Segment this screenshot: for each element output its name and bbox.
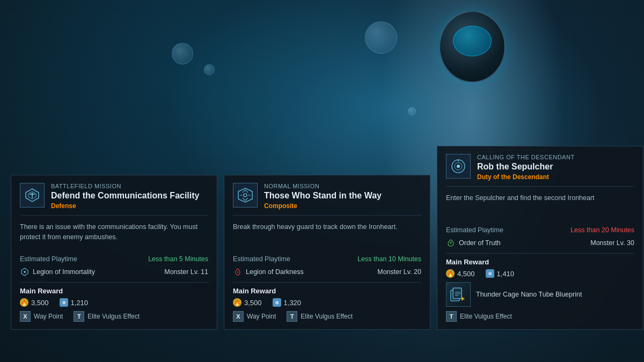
card1-faction-row: Legion of Immortality Monster Lv. 11	[20, 267, 208, 277]
card3-reward-title: Main Reward	[446, 258, 634, 266]
card3-icon	[446, 154, 471, 179]
card3-faction-icon	[446, 238, 456, 248]
card1-icon	[20, 183, 45, 208]
card2-gold-icon: 🔥	[233, 298, 241, 307]
card3-playtime-row: Estimated Playtime Less than 20 Minutes	[446, 226, 634, 234]
mission-card-3: Calling of the Descendant Rob the Sepulc…	[437, 146, 643, 330]
card2-crystal-icon: ❄	[273, 298, 281, 307]
card3-monster-level: Monster Lv. 30	[590, 239, 634, 247]
card1-currency: 🔥 3,500 ❄ 1,210	[20, 298, 208, 307]
card3-currency: 🔥 4,500 ❄ 1,410	[446, 269, 634, 278]
card2-divider	[233, 282, 421, 283]
card1-btn-waypoint[interactable]: X Way Point	[20, 311, 63, 322]
card1-elite-label: Elite Vulgus Effect	[87, 313, 140, 320]
svg-point-5	[244, 194, 247, 197]
card2-faction-row: Legion of Darkness Monster Lv. 20	[233, 267, 421, 277]
card3-reward-section: Main Reward 🔥 4,500 ❄ 1,410	[446, 258, 634, 307]
card1-key-t: T	[74, 311, 84, 322]
card3-faction: Order of Truth	[446, 238, 501, 248]
card1-tag: Defense	[51, 202, 208, 210]
svg-marker-12	[462, 297, 465, 301]
card1-info: Battlefield Mission Defend the Communica…	[51, 183, 208, 210]
bubble-decoration	[172, 43, 193, 64]
mission-card-2: Normal Mission Those Who Stand in the Wa…	[224, 175, 430, 330]
card1-gold: 🔥 3,500	[20, 298, 49, 307]
card1-faction-icon	[20, 267, 30, 277]
card2-info: Normal Mission Those Who Stand in the Wa…	[264, 183, 421, 210]
card1-playtime-row: Estimated Playtime Less than 5 Minutes	[20, 255, 208, 263]
card2-faction: Legion of Darkness	[233, 267, 304, 277]
card2-description: Break through heavy guard to track down …	[233, 222, 421, 249]
card2-waypoint-label: Way Point	[247, 313, 276, 320]
card1-faction: Legion of Immortality	[20, 267, 95, 277]
card1-reward-section: Main Reward 🔥 3,500 ❄ 1,210	[20, 287, 208, 307]
bubble-decoration	[204, 64, 215, 75]
card1-faction-name: Legion of Immortality	[33, 268, 95, 276]
card1-crystal-value: 1,210	[71, 299, 89, 307]
card3-blueprint-row: Thunder Cage Nano Tube Blueprint	[446, 282, 634, 307]
card2-key-t: T	[287, 311, 297, 322]
card2-playtime-label: Estimated Playtime	[233, 255, 290, 263]
card2-currency: 🔥 3,500 ❄ 1,320	[233, 298, 421, 307]
card1-gold-icon: 🔥	[20, 298, 28, 307]
card3-gold: 🔥 4,500	[446, 269, 475, 278]
card1-crystal: ❄ 1,210	[60, 298, 89, 307]
card3-type: Calling of the Descendant	[477, 154, 634, 160]
card3-faction-row: Order of Truth Monster Lv. 30	[446, 238, 634, 248]
card3-playtime-label: Estimated Playtime	[446, 226, 503, 234]
card2-faction-icon	[233, 267, 243, 277]
card2-gold-value: 3,500	[244, 299, 262, 307]
card2-btn-elite[interactable]: T Elite Vulgus Effect	[287, 311, 353, 322]
card2-faction-name: Legion of Darkness	[246, 268, 304, 276]
card2-reward-title: Main Reward	[233, 287, 421, 295]
svg-rect-11	[453, 288, 462, 299]
svg-point-8	[457, 165, 460, 168]
card3-title: Rob the Sepulcher	[477, 161, 634, 172]
card3-faction-name: Order of Truth	[459, 239, 501, 247]
card2-crystal: ❄ 1,320	[273, 298, 302, 307]
svg-point-3	[24, 271, 26, 273]
card2-footer: X Way Point T Elite Vulgus Effect	[233, 311, 421, 322]
card1-header: Battlefield Mission Defend the Communica…	[20, 183, 208, 216]
card3-key-t: T	[446, 311, 457, 322]
card1-monster-level: Monster Lv. 11	[164, 268, 208, 276]
card3-info: Calling of the Descendant Rob the Sepulc…	[477, 154, 634, 181]
card2-title: Those Who Stand in the Way	[264, 190, 421, 201]
card3-blueprint-name: Thunder Cage Nano Tube Blueprint	[476, 291, 582, 298]
card3-header: Calling of the Descendant Rob the Sepulc…	[446, 154, 634, 187]
card2-monster-level: Monster Lv. 20	[377, 268, 421, 276]
card2-icon	[233, 183, 258, 208]
card1-gold-value: 3,500	[31, 299, 49, 307]
card1-crystal-icon: ❄	[60, 298, 68, 307]
card2-type: Normal Mission	[264, 183, 421, 189]
card2-reward-section: Main Reward 🔥 3,500 ❄ 1,320	[233, 287, 421, 307]
card1-divider	[20, 282, 208, 283]
card3-playtime-value: Less than 20 Minutes	[570, 226, 634, 234]
card3-crystal-value: 1,410	[497, 270, 515, 278]
card2-playtime-value: Less than 10 Minutes	[357, 255, 421, 263]
card1-description: There is an issue with the communication…	[20, 222, 208, 249]
mission-cards-container: Battlefield Mission Defend the Communica…	[11, 146, 643, 330]
card2-key-x: X	[233, 311, 244, 322]
svg-point-9	[458, 159, 459, 161]
card2-header: Normal Mission Those Who Stand in the Wa…	[233, 183, 421, 216]
card1-footer: X Way Point T Elite Vulgus Effect	[20, 311, 208, 322]
card3-description: Enter the Sepulcher and find the second …	[446, 193, 634, 220]
card3-elite-label: Elite Vulgus Effect	[460, 313, 512, 320]
card1-reward-title: Main Reward	[20, 287, 208, 295]
card3-gold-icon: 🔥	[446, 269, 455, 278]
card1-btn-elite[interactable]: T Elite Vulgus Effect	[74, 311, 140, 322]
card2-btn-waypoint[interactable]: X Way Point	[233, 311, 276, 322]
card2-playtime-row: Estimated Playtime Less than 10 Minutes	[233, 255, 421, 263]
card1-key-x: X	[20, 311, 31, 322]
card3-tag: Duty of the Descendant	[477, 173, 634, 181]
card3-btn-elite[interactable]: T Elite Vulgus Effect	[446, 311, 512, 322]
card2-tag: Composite	[264, 202, 421, 210]
card3-divider	[446, 253, 634, 254]
card1-type: Battlefield Mission	[51, 183, 208, 189]
mission-card-1: Battlefield Mission Defend the Communica…	[11, 175, 217, 330]
card3-crystal: ❄ 1,410	[486, 269, 515, 278]
card3-blueprint-img	[446, 282, 471, 307]
card1-title: Defend the Communications Facility	[51, 190, 208, 201]
card3-crystal-icon: ❄	[486, 269, 494, 278]
